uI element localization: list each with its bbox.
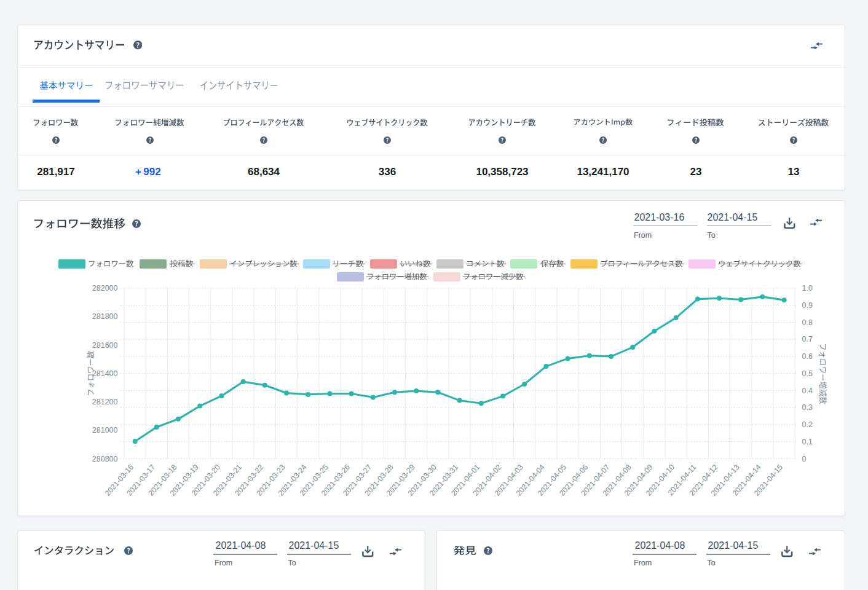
svg-text:281800: 281800	[92, 312, 118, 321]
svg-text:0.1: 0.1	[802, 438, 813, 446]
svg-text:280800: 280800	[92, 455, 118, 463]
svg-text:282000: 282000	[92, 284, 118, 293]
svg-text:0.6: 0.6	[802, 352, 813, 361]
svg-text:1.0: 1.0	[802, 284, 813, 293]
svg-text:0.9: 0.9	[802, 301, 813, 310]
svg-text:0.5: 0.5	[802, 369, 813, 378]
svg-text:0.4: 0.4	[802, 387, 813, 395]
svg-text:281000: 281000	[92, 426, 118, 435]
svg-text:0.7: 0.7	[802, 335, 813, 344]
svg-text:0.3: 0.3	[802, 403, 813, 412]
svg-text:281200: 281200	[92, 398, 118, 406]
svg-text:0.8: 0.8	[802, 318, 813, 327]
svg-text:281400: 281400	[92, 369, 118, 378]
svg-text:281600: 281600	[92, 341, 118, 350]
svg-text:0.2: 0.2	[802, 420, 813, 429]
svg-text:0: 0	[802, 455, 807, 463]
